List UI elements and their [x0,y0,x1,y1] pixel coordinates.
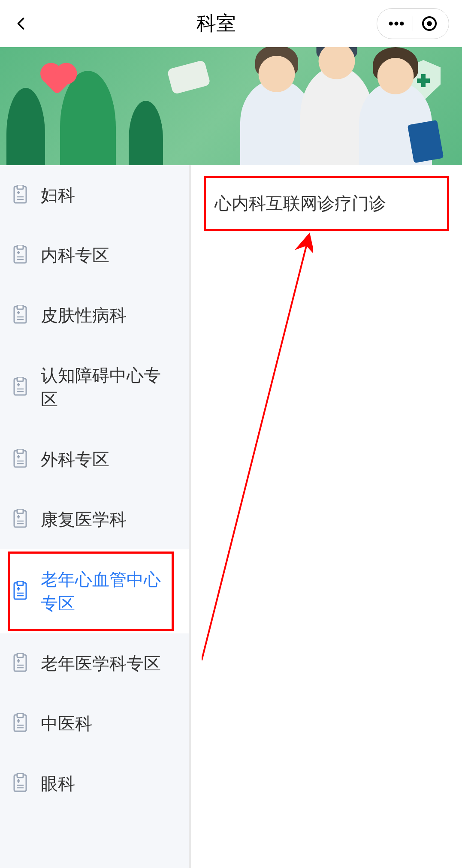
document-icon [13,713,30,734]
sidebar-item-department[interactable]: 认知障碍中心专区 [0,345,189,429]
more-button[interactable] [383,13,409,34]
sidebar-item-label: 认知障碍中心专区 [41,363,176,411]
sidebar-item-label: 外科专区 [41,447,176,471]
banner-decoration [129,101,163,165]
document-icon [13,653,30,674]
target-icon [421,15,438,32]
svg-rect-42 [17,581,23,585]
svg-rect-24 [17,377,23,381]
document-icon [13,773,30,794]
miniprogram-controls [377,8,449,39]
svg-rect-48 [17,653,23,657]
svg-rect-12 [17,245,23,249]
svg-rect-60 [17,773,23,778]
doctor-illustration [359,81,432,165]
sidebar-item-label: 中医科 [41,711,176,735]
clipboard-icon [408,120,444,163]
banner-decoration [6,88,45,165]
document-icon [13,449,30,470]
svg-point-1 [394,21,398,25]
back-button[interactable] [13,15,30,32]
more-horizontal-icon [387,14,406,33]
document-icon [13,305,30,326]
sidebar-item-label: 皮肤性病科 [41,303,176,327]
pill-icon [167,60,211,94]
sidebar-item-department[interactable]: 康复医学科 [0,489,189,549]
sidebar-item-label: 老年医学科专区 [41,651,176,675]
divider [413,16,413,31]
document-icon [13,377,30,398]
svg-point-2 [400,21,404,25]
sidebar-item-department[interactable]: 妇科 [0,165,189,225]
sidebar-item-label: 妇科 [41,183,176,207]
document-icon [13,185,30,205]
sidebar-item-department[interactable]: 外科专区 [0,429,189,489]
banner-decoration [60,71,116,165]
document-icon [13,449,30,470]
document-icon [13,713,30,734]
subdepartment-list: 心内科互联网诊疗门诊 [191,165,462,868]
document-icon [13,245,30,265]
svg-point-4 [427,21,432,26]
sidebar-item-label: 眼科 [41,772,176,796]
sidebar-item-label: 内科专区 [41,243,176,267]
department-sidebar[interactable]: 妇科 内科专区 皮肤性病科 认知障碍中心专区 外科专区 康复医学科 [0,165,191,868]
document-icon [13,377,30,398]
cross-icon [417,74,430,87]
svg-point-0 [389,21,393,25]
svg-rect-54 [17,713,23,717]
document-icon [13,773,30,794]
sidebar-item-department[interactable]: 老年医学科专区 [0,633,189,693]
sidebar-item-department[interactable]: 老年心血管中心专区 [0,549,189,633]
chevron-left-icon [14,16,29,31]
banner [0,47,462,165]
document-icon [13,185,30,205]
document-icon [13,509,30,530]
document-icon [13,305,30,326]
svg-rect-36 [17,509,23,513]
svg-rect-18 [17,305,23,309]
document-icon [13,581,30,602]
document-icon [13,653,30,674]
sidebar-item-department[interactable]: 眼科 [0,753,189,814]
sidebar-item-department[interactable]: 皮肤性病科 [0,285,189,345]
svg-rect-30 [17,449,23,453]
document-icon [13,581,30,602]
document-icon [13,509,30,530]
sidebar-item-label: 康复医学科 [41,507,176,531]
close-miniprogram-button[interactable] [417,13,442,34]
subdepartment-item[interactable]: 心内科互联网诊疗门诊 [204,176,449,231]
sidebar-item-department[interactable]: 内科专区 [0,225,189,285]
main-content: 妇科 内科专区 皮肤性病科 认知障碍中心专区 外科专区 康复医学科 [0,165,462,868]
header: 科室 [0,0,462,47]
document-icon [13,245,30,265]
page-title: 科室 [56,10,377,37]
sidebar-item-label: 老年心血管中心专区 [41,567,176,615]
svg-rect-6 [17,185,23,189]
sidebar-item-department[interactable]: 中医科 [0,693,189,753]
